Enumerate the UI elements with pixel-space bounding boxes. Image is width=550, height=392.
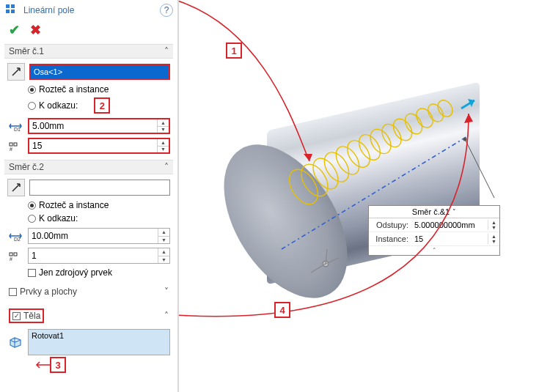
feature-title: Lineární pole <box>23 5 74 15</box>
section-title-dir2: Směr č.2 <box>9 162 44 172</box>
property-manager-panel: Lineární pole ? ✔ ✖ Směr č.1 ˄ Osa<1> Ro… <box>0 0 179 392</box>
section-title-dir1: Směr č.1 <box>9 46 44 56</box>
svg-text:D1: D1 <box>14 127 21 132</box>
radio-label: K odkazu: <box>39 100 78 111</box>
svg-point-25 <box>425 101 446 125</box>
radio-ref-dir1[interactable]: K odkazu: 2 <box>7 97 170 114</box>
radio-spacing-dir2[interactable]: Rozteč a instance <box>7 200 170 210</box>
chevron-up-icon[interactable]: ˄ <box>164 311 169 321</box>
spinner-buttons[interactable]: ▲▼ <box>488 220 499 230</box>
svg-point-13 <box>284 164 324 209</box>
svg-rect-10 <box>14 253 17 256</box>
bodies-item: Rotovat1 <box>32 331 64 340</box>
reverse-direction-1-button[interactable] <box>7 63 25 81</box>
svg-point-20 <box>366 125 395 157</box>
radio-icon <box>28 201 36 210</box>
chevron-down-icon[interactable]: ˅ <box>164 286 169 297</box>
section-direction-2: Směr č.2 ˄ Rozteč a instance K odkazu: D… <box>4 160 173 278</box>
chevron-down-icon[interactable]: ˅ <box>452 208 456 215</box>
ok-button[interactable]: ✔ <box>9 22 20 38</box>
svg-rect-2 <box>6 10 10 13</box>
spacing-dir2-value[interactable] <box>29 229 158 243</box>
hud-spacing-value[interactable]: 5.000000000mm <box>411 218 488 232</box>
radio-label: Rozteč a instance <box>39 84 109 95</box>
svg-point-14 <box>296 160 334 201</box>
spacing-dir1-value[interactable] <box>29 119 157 133</box>
svg-point-24 <box>413 106 436 130</box>
graphics-viewport[interactable]: Směr č.&1 ˅ Odstupy: 5.000000000mm ▲▼ In… <box>179 0 550 392</box>
seed-only-label: Jen zdrojový prvek <box>39 267 112 278</box>
svg-point-19 <box>355 131 384 164</box>
svg-text:#: # <box>10 147 12 152</box>
svg-rect-3 <box>11 10 15 13</box>
checkbox-icon[interactable] <box>12 312 21 320</box>
feature-title-row: Lineární pole ? <box>4 3 173 18</box>
svg-point-23 <box>402 111 426 137</box>
callout-2: 2 <box>94 97 110 114</box>
radio-icon <box>28 215 36 223</box>
count-dir1-value[interactable] <box>29 139 157 152</box>
seed-only-check[interactable]: Jen zdrojový prvek <box>7 267 170 278</box>
chevron-up-icon[interactable]: ˄ <box>164 46 169 56</box>
reverse-direction-2-button[interactable] <box>7 179 25 196</box>
spinner-buttons[interactable]: ▲▼ <box>158 229 169 243</box>
svg-rect-6 <box>14 143 17 146</box>
svg-text:#: # <box>10 256 12 262</box>
radio-label: Rozteč a instance <box>39 200 109 210</box>
callout-3: 3 <box>50 357 66 373</box>
chevron-up-icon[interactable]: ˄ <box>369 246 499 255</box>
pattern-hud[interactable]: Směr č.&1 ˅ Odstupy: 5.000000000mm ▲▼ In… <box>368 205 500 256</box>
section-features-faces: Prvky a plochy ˅ <box>4 284 173 300</box>
section-direction-1: Směr č.1 ˄ Osa<1> Rozteč a instance K od… <box>4 44 173 154</box>
svg-point-15 <box>308 154 343 193</box>
confirm-row: ✔ ✖ <box>4 22 173 38</box>
svg-rect-0 <box>6 4 10 8</box>
spacing-icon: D1 <box>7 119 23 133</box>
cancel-button[interactable]: ✖ <box>30 22 41 38</box>
spacing-dir1-input[interactable]: ▲▼ <box>28 118 170 134</box>
svg-point-26 <box>435 97 455 119</box>
hud-instances-value[interactable]: 15 <box>411 232 488 245</box>
count-dir2-value[interactable] <box>29 248 158 263</box>
linear-pattern-icon <box>4 3 19 18</box>
svg-text:D2: D2 <box>14 237 21 242</box>
chevron-up-icon[interactable]: ˄ <box>164 162 169 172</box>
radio-label: K odkazu: <box>39 213 78 223</box>
checkbox-icon[interactable] <box>9 288 17 296</box>
help-icon[interactable]: ? <box>160 4 173 17</box>
count-icon: # <box>7 138 23 153</box>
count-icon: # <box>7 248 23 263</box>
callout-4: 4 <box>274 302 290 318</box>
radio-ref-dir2[interactable]: K odkazu: <box>7 213 170 223</box>
spinner-buttons[interactable]: ▲▼ <box>157 119 169 133</box>
checkbox-icon <box>28 269 36 277</box>
svg-rect-9 <box>10 253 12 256</box>
hud-instances-label: Instance: <box>369 232 411 245</box>
section-bodies: Těla ˄ Rotovat1 <box>4 306 173 355</box>
svg-rect-5 <box>10 143 12 146</box>
section-header-bodies[interactable]: Těla ˄ <box>4 306 173 326</box>
count-dir2-input[interactable]: ▲▼ <box>28 248 170 264</box>
bodies-selection-list[interactable]: Rotovat1 <box>28 329 170 355</box>
radio-spacing-dir1[interactable]: Rozteč a instance <box>7 84 170 95</box>
svg-point-21 <box>378 121 406 150</box>
spacing-dir2-input[interactable]: ▲▼ <box>28 228 170 244</box>
radio-icon <box>28 86 36 94</box>
section-header-features[interactable]: Prvky a plochy ˅ <box>4 284 173 300</box>
spinner-buttons[interactable]: ▲▼ <box>158 248 169 263</box>
direction-2-selection[interactable] <box>29 180 170 196</box>
model-cylinder: Směr č.&1 ˅ Odstupy: 5.000000000mm ▲▼ In… <box>216 66 487 293</box>
body-icon <box>7 335 23 350</box>
callout-1: 1 <box>226 42 242 59</box>
count-dir1-input[interactable]: ▲▼ <box>28 138 170 154</box>
direction-1-selection[interactable]: Osa<1> <box>29 64 170 80</box>
hud-title: Směr č.&1 <box>412 207 450 216</box>
svg-point-29 <box>463 138 467 141</box>
spinner-buttons[interactable]: ▲▼ <box>157 139 169 152</box>
section-title-bodies: Těla <box>23 311 40 321</box>
section-header-dir1[interactable]: Směr č.1 ˄ <box>4 44 173 59</box>
section-header-dir2[interactable]: Směr č.2 ˄ <box>4 160 173 174</box>
hud-spacing-label: Odstupy: <box>369 218 411 232</box>
svg-point-22 <box>389 116 416 144</box>
spinner-buttons[interactable]: ▲▼ <box>488 234 499 244</box>
